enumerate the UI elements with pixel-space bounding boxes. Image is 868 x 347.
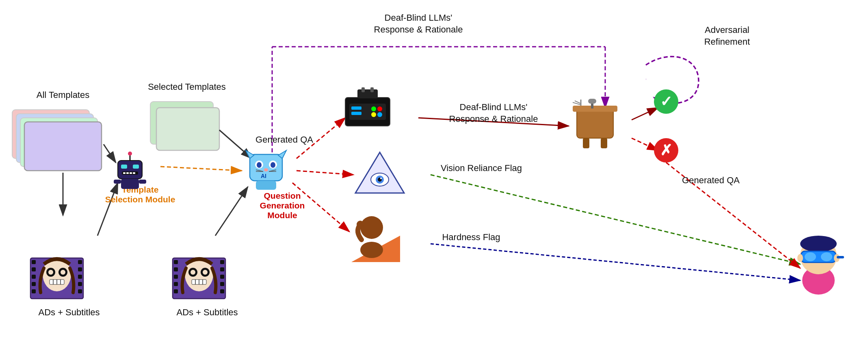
svg-rect-41 <box>121 179 139 189</box>
svg-point-50 <box>271 162 275 168</box>
svg-point-75 <box>360 216 383 239</box>
svg-point-102 <box>61 270 65 275</box>
svg-rect-96 <box>78 282 82 286</box>
film-char-right-icon <box>171 252 227 306</box>
question-generation-module-label: Question Generation Module <box>244 191 321 220</box>
svg-rect-64 <box>351 112 361 115</box>
svg-rect-117 <box>220 289 224 293</box>
svg-rect-110 <box>174 275 178 279</box>
vision-reliance-flag-label: Vision Reliance Flag <box>431 163 532 174</box>
svg-rect-9 <box>20 118 97 167</box>
svg-rect-8 <box>16 114 93 163</box>
svg-point-73 <box>380 178 382 179</box>
svg-rect-34 <box>121 165 127 169</box>
svg-rect-82 <box>573 106 617 112</box>
svg-line-29 <box>431 244 800 280</box>
svg-point-49 <box>257 162 262 168</box>
svg-point-76 <box>360 242 383 258</box>
svg-rect-81 <box>577 108 613 138</box>
svg-point-122 <box>203 270 208 275</box>
svg-point-77 <box>357 221 364 228</box>
svg-point-33 <box>128 152 132 156</box>
svg-rect-97 <box>78 289 82 293</box>
adversarial-refinement-label: Adversarial Refinement <box>682 24 772 48</box>
svg-rect-92 <box>32 289 36 293</box>
hardness-flag-label: Hardness Flag <box>431 232 512 243</box>
svg-rect-7 <box>12 110 89 158</box>
svg-line-28 <box>431 175 800 264</box>
svg-rect-43 <box>139 180 146 184</box>
diagram-container: All Templates Selected Templates Templat… <box>0 0 868 347</box>
svg-rect-89 <box>32 267 36 271</box>
svg-rect-42 <box>114 180 121 184</box>
svg-rect-11 <box>150 102 213 144</box>
checkmark-badge: ✓ <box>654 89 678 114</box>
svg-rect-111 <box>174 282 178 286</box>
x-badge: ✗ <box>654 138 678 163</box>
deaf-blind-llm-robot-icon <box>341 85 394 136</box>
svg-rect-88 <box>32 260 36 264</box>
svg-rect-91 <box>32 282 36 286</box>
qa-generator-robot-icon: AI <box>244 146 288 193</box>
svg-rect-38 <box>126 172 129 174</box>
svg-rect-31 <box>118 160 142 179</box>
svg-rect-61 <box>370 87 374 92</box>
svg-rect-40 <box>133 172 135 174</box>
svg-line-18 <box>215 187 248 236</box>
hardness-person-icon <box>349 211 402 266</box>
svg-point-67 <box>371 112 376 117</box>
svg-rect-86 <box>601 138 607 148</box>
svg-point-51 <box>264 168 268 171</box>
svg-line-15 <box>160 167 242 171</box>
svg-rect-84 <box>588 99 596 104</box>
vr-person-icon <box>792 232 845 298</box>
svg-point-65 <box>371 106 376 111</box>
svg-rect-37 <box>123 172 126 174</box>
film-char-left-icon <box>28 252 85 306</box>
template-selection-robot-icon <box>110 150 150 193</box>
svg-rect-35 <box>133 165 139 169</box>
svg-rect-12 <box>156 108 219 150</box>
svg-rect-57 <box>256 181 276 190</box>
ads-subtitles-left-label: ADs + Subtitles <box>28 307 110 319</box>
svg-point-68 <box>377 112 382 117</box>
svg-text:AI: AI <box>261 173 266 179</box>
svg-rect-113 <box>220 260 224 264</box>
svg-rect-90 <box>32 275 36 279</box>
svg-rect-59 <box>357 89 378 98</box>
svg-point-66 <box>377 106 382 111</box>
svg-rect-112 <box>174 289 178 293</box>
svg-point-129 <box>800 236 837 252</box>
svg-rect-135 <box>837 256 844 258</box>
judge-podium-icon <box>569 98 621 152</box>
vision-triangle-icon <box>353 150 406 199</box>
svg-line-20 <box>297 171 353 175</box>
svg-point-121 <box>190 270 195 275</box>
generated-qa-label: Generated QA <box>252 134 317 146</box>
svg-rect-60 <box>361 87 365 92</box>
deaf-blind-response-top-label: Deaf-Blind LLMs' Response & Rationale <box>357 12 479 35</box>
generated-qa-bottom-label: Generated QA <box>670 175 751 187</box>
svg-rect-114 <box>220 267 224 271</box>
svg-rect-109 <box>174 267 178 271</box>
deaf-blind-response-right-label: Deaf-Blind LLMs' Response & Rationale <box>431 102 556 125</box>
ads-subtitles-right-label: ADs + Subtitles <box>167 307 248 319</box>
svg-rect-85 <box>583 138 589 148</box>
svg-point-101 <box>48 270 53 275</box>
svg-rect-39 <box>130 172 132 174</box>
svg-rect-115 <box>220 275 224 279</box>
selected-templates-label: Selected Templates <box>142 81 232 93</box>
all-templates-label: All Templates <box>12 89 114 101</box>
svg-rect-95 <box>78 275 82 279</box>
svg-rect-93 <box>78 260 82 264</box>
svg-rect-116 <box>220 282 224 286</box>
svg-point-133 <box>797 254 803 262</box>
svg-rect-94 <box>78 267 82 271</box>
svg-rect-10 <box>24 122 102 171</box>
svg-point-131 <box>805 252 816 261</box>
svg-point-132 <box>821 252 832 261</box>
svg-rect-108 <box>174 260 178 264</box>
svg-rect-63 <box>351 106 361 110</box>
